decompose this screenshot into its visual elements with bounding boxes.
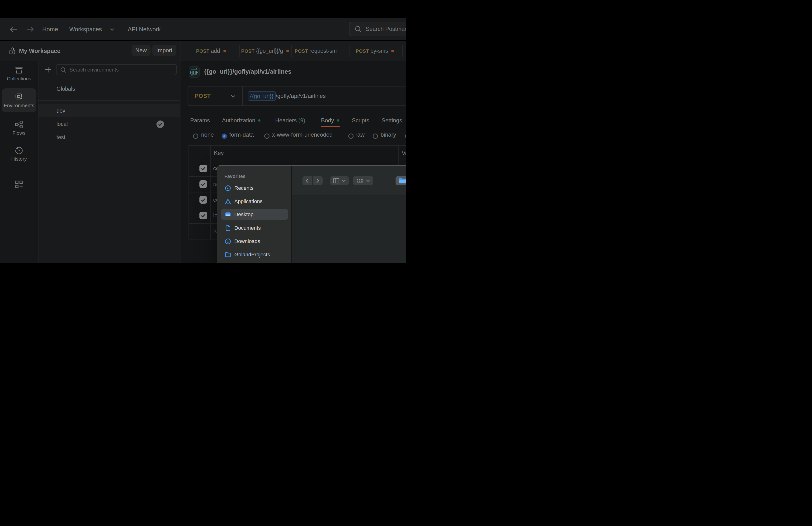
svg-text:HTTP: HTTP [190,70,199,74]
